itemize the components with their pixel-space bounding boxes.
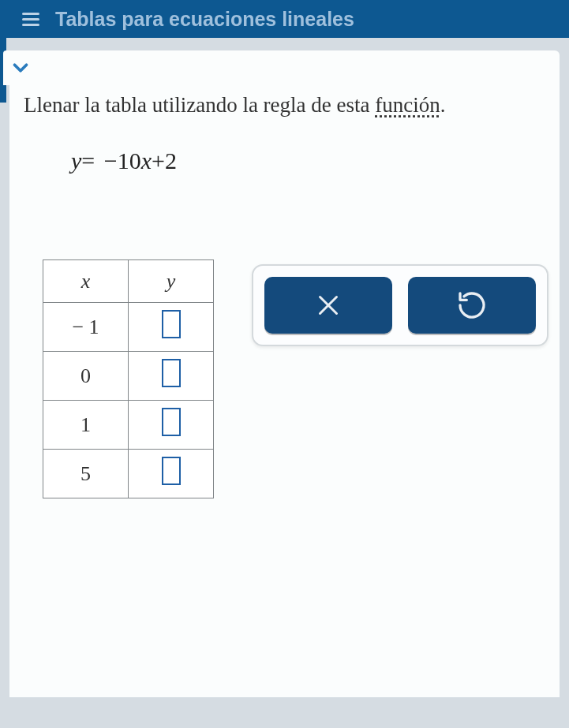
x-cell: 5: [43, 450, 129, 498]
reset-button[interactable]: [408, 277, 536, 334]
eq-coef: 10: [118, 147, 141, 174]
y-cell: [129, 352, 214, 401]
clear-button[interactable]: [264, 277, 392, 334]
y-cell: [129, 450, 214, 498]
eq-minus: [95, 147, 104, 174]
col-header-y: y: [129, 260, 214, 303]
eq-lhs: y: [71, 147, 81, 174]
table-row: 1: [43, 401, 214, 450]
expand-button[interactable]: [3, 50, 38, 85]
y-input[interactable]: [162, 310, 181, 338]
eq-plus: +: [152, 147, 165, 174]
action-panel: [252, 264, 548, 346]
eq-neg: −: [104, 147, 118, 174]
x-cell: − 1: [43, 303, 129, 352]
eq-x: x: [141, 147, 152, 174]
table-row: − 1: [43, 303, 214, 352]
instruction-prefix: Llenar la tabla utilizando la regla de e…: [24, 93, 375, 117]
menu-icon[interactable]: [22, 9, 41, 28]
x-icon: [314, 291, 343, 319]
x-cell: 0: [43, 352, 129, 401]
col-header-x: x: [43, 260, 129, 303]
y-input[interactable]: [162, 408, 181, 436]
page-title: Tablas para ecuaciones lineales: [55, 8, 354, 31]
instruction-suffix: .: [440, 93, 446, 117]
eq-equals: =: [81, 147, 95, 174]
equation: y= −10x+2: [9, 118, 560, 174]
undo-icon: [456, 289, 488, 321]
content-card: Llenar la tabla utilizando la regla de e…: [9, 50, 560, 697]
values-table: x y − 1 0 1 5: [43, 259, 214, 498]
y-cell: [129, 303, 214, 352]
chevron-down-icon: [9, 56, 32, 80]
y-cell: [129, 401, 214, 450]
y-input[interactable]: [162, 359, 181, 387]
x-cell: 1: [43, 401, 129, 450]
table-row: 0: [43, 352, 214, 401]
instruction-text: Llenar la tabla utilizando la regla de e…: [9, 50, 560, 118]
function-term-link[interactable]: función: [375, 93, 440, 117]
y-input[interactable]: [162, 457, 181, 485]
eq-const: 2: [165, 147, 177, 174]
table-row: 5: [43, 450, 214, 498]
app-header: Tablas para ecuaciones lineales: [0, 0, 569, 38]
